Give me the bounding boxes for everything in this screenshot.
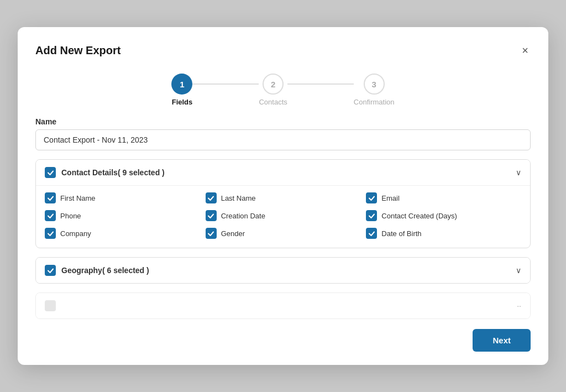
contact-created-days-label: Contact Created (Days)	[381, 212, 457, 220]
last-name-label: Last Name	[221, 194, 256, 202]
creation-date-label: Creation Date	[221, 212, 265, 220]
contact-details-chevron-icon: ∨	[516, 168, 521, 177]
geography-chevron-icon: ∨	[516, 266, 521, 275]
gender-label: Gender	[221, 229, 245, 238]
date-of-birth-label: Date of Birth	[381, 229, 421, 238]
contact-details-section: Contact Details( 9 selected ) ∨ First Na…	[35, 159, 531, 248]
field-phone: Phone	[45, 210, 200, 221]
partial-section-left	[45, 300, 56, 311]
contact-details-title: Contact Details( 9 selected )	[61, 168, 165, 177]
field-contact-created-days: Contact Created (Days)	[366, 210, 521, 221]
step-2-label: Contacts	[259, 98, 287, 106]
geography-title: Geography( 6 selected )	[61, 266, 149, 275]
modal-body: Name Contact Details( 9 selected ) ∨	[18, 112, 548, 319]
company-checkbox[interactable]	[45, 228, 56, 239]
next-label: Next	[492, 336, 511, 345]
step-1-circle: 1	[171, 74, 192, 95]
close-icon: ×	[522, 44, 528, 56]
step-2-circle: 2	[263, 74, 284, 95]
step-3-label: Confirmation	[354, 98, 395, 106]
modal-overlay: Add New Export × 1 Fields 2 Contacts	[0, 0, 566, 392]
step-2-number: 2	[271, 80, 275, 89]
creation-date-checkbox[interactable]	[206, 210, 217, 221]
contact-details-fields: First Name Last Name	[36, 185, 530, 248]
partial-section-header: ··	[36, 293, 530, 318]
field-gender: Gender	[206, 228, 361, 239]
partial-chevron-icon: ··	[517, 301, 521, 310]
step-line-1	[192, 83, 259, 85]
field-date-of-birth: Date of Birth	[366, 228, 521, 239]
name-input[interactable]	[35, 129, 531, 150]
email-label: Email	[381, 194, 400, 202]
contact-details-header-left: Contact Details( 9 selected )	[45, 167, 165, 178]
modal-title: Add New Export	[35, 44, 120, 57]
close-button[interactable]: ×	[520, 43, 531, 58]
date-of-birth-checkbox[interactable]	[366, 228, 377, 239]
next-button[interactable]: Next	[473, 329, 531, 352]
contact-details-count: ( 9 selected )	[118, 168, 165, 177]
partial-section-checkbox	[45, 300, 56, 311]
company-label: Company	[60, 229, 91, 238]
gender-checkbox[interactable]	[206, 228, 217, 239]
geography-checkbox[interactable]	[45, 265, 56, 276]
phone-checkbox[interactable]	[45, 210, 56, 221]
name-label: Name	[35, 117, 531, 126]
field-last-name: Last Name	[206, 192, 361, 203]
modal-header: Add New Export ×	[18, 27, 548, 64]
last-name-checkbox[interactable]	[206, 192, 217, 203]
step-1-number: 1	[180, 80, 184, 89]
contact-created-days-checkbox[interactable]	[366, 210, 377, 221]
field-company: Company	[45, 228, 200, 239]
geography-header-left: Geography( 6 selected )	[45, 265, 149, 276]
field-creation-date: Creation Date	[206, 210, 361, 221]
step-fields: 1 Fields	[171, 74, 192, 106]
first-name-checkbox[interactable]	[45, 192, 56, 203]
geography-count: ( 6 selected )	[102, 266, 149, 275]
modal-footer: Next	[18, 319, 548, 365]
step-1-label: Fields	[172, 98, 193, 106]
step-3-circle: 3	[364, 74, 385, 95]
contact-details-header[interactable]: Contact Details( 9 selected ) ∨	[36, 160, 530, 185]
step-line-2	[287, 83, 354, 85]
field-email: Email	[366, 192, 521, 203]
step-contacts: 2 Contacts	[259, 74, 287, 106]
phone-label: Phone	[60, 212, 81, 220]
contact-details-checkbox[interactable]	[45, 167, 56, 178]
stepper: 1 Fields 2 Contacts 3 Confirmation	[18, 64, 548, 112]
geography-header[interactable]: Geography( 6 selected ) ∨	[36, 258, 530, 283]
add-new-export-modal: Add New Export × 1 Fields 2 Contacts	[18, 27, 548, 365]
step-confirmation: 3 Confirmation	[354, 74, 395, 106]
partial-section: ··	[35, 292, 531, 319]
geography-section: Geography( 6 selected ) ∨	[35, 257, 531, 284]
name-field-group: Name	[35, 117, 531, 150]
field-first-name: First Name	[45, 192, 200, 203]
first-name-label: First Name	[60, 194, 96, 202]
step-3-number: 3	[371, 80, 376, 89]
email-checkbox[interactable]	[366, 192, 377, 203]
